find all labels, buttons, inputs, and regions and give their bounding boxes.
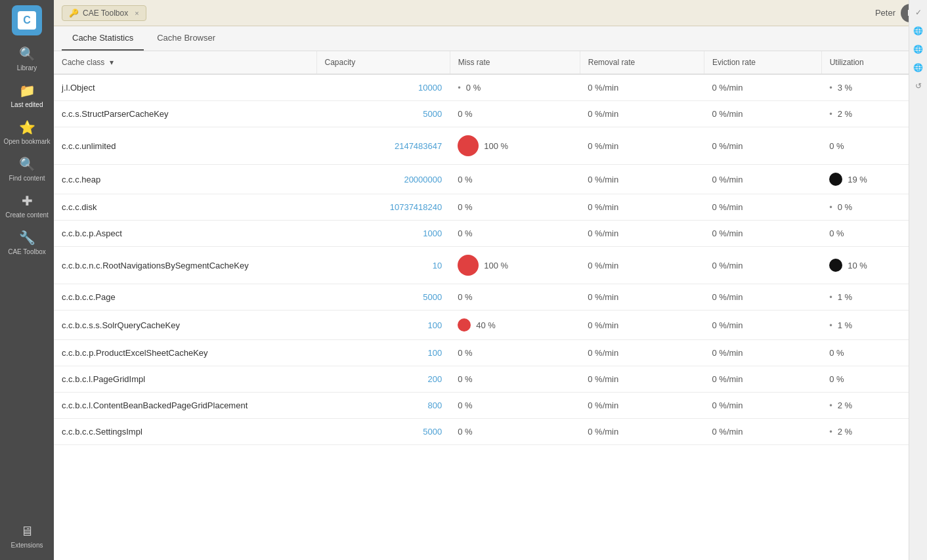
right-icon-refresh[interactable]: ↺ — [911, 79, 926, 93]
cell-capacity[interactable]: 10 — [316, 247, 450, 284]
cell-eviction-rate: 0 %/min — [704, 284, 821, 311]
bookmark-icon: ⭐ — [19, 119, 35, 135]
cell-capacity[interactable]: 10737418240 — [316, 194, 450, 221]
col-header-miss-rate[interactable]: Miss rate — [450, 51, 580, 74]
utilization-value: 2 % — [838, 109, 852, 119]
cell-miss-rate: 0 % — [450, 221, 580, 247]
sidebar-item-extensions[interactable]: 🖥 Extensions — [0, 519, 54, 555]
cell-eviction-rate: 0 %/min — [704, 74, 821, 101]
right-icon-globe-3[interactable]: 🌐 — [911, 60, 926, 75]
table-header-row: Cache class ▾ Capacity Miss rate Removal… — [54, 51, 927, 74]
cell-cache-class: c.c.b.c.l.ContentBeanBackedPageGridPlace… — [54, 393, 316, 419]
tab-cache-browser[interactable]: Cache Browser — [146, 26, 226, 51]
table-row: c.c.b.c.c.Page50000 %0 %/min0 %/min•1 % — [54, 284, 927, 311]
sidebar-item-open-bookmark[interactable]: ⭐ Open bookmark — [0, 114, 54, 151]
cell-eviction-rate: 0 %/min — [704, 165, 821, 194]
sidebar-item-find-content[interactable]: 🔍 Find content — [0, 151, 54, 188]
col-header-capacity[interactable]: Capacity — [316, 51, 450, 74]
miss-rate-value: 0 % — [458, 427, 472, 437]
user-menu[interactable]: Peter — [875, 8, 895, 18]
sidebar-label-create-content: Create content — [5, 211, 49, 219]
miss-rate-indicator-large — [458, 135, 479, 156]
cell-cache-class: j.l.Object — [54, 74, 316, 101]
tab-pill-label: CAE Toolbox — [83, 9, 128, 18]
sidebar-item-last-edited[interactable]: 📁 Last edited — [0, 77, 54, 114]
table-row: c.c.c.heap200000000 %0 %/min0 %/min19 % — [54, 165, 927, 194]
utilization-value: 1 % — [838, 320, 852, 330]
cell-eviction-rate: 0 %/min — [704, 366, 821, 393]
sidebar-label-library: Library — [17, 64, 37, 72]
logo-letter: C — [18, 11, 36, 30]
cell-miss-rate: 0 % — [450, 165, 580, 194]
cell-capacity[interactable]: 200 — [316, 366, 450, 393]
table-row: c.c.c.unlimited2147483647100 %0 %/min0 %… — [54, 127, 927, 165]
tab-cache-statistics[interactable]: Cache Statistics — [62, 26, 144, 51]
cell-cache-class: c.c.c.disk — [54, 194, 316, 221]
col-header-cache-class[interactable]: Cache class ▾ — [54, 51, 316, 74]
miss-rate-value: 0 % — [458, 202, 472, 212]
cell-eviction-rate: 0 %/min — [704, 221, 821, 247]
cell-capacity[interactable]: 5000 — [316, 419, 450, 445]
utilization-value: 0 % — [829, 374, 844, 384]
cell-eviction-rate: 0 %/min — [704, 393, 821, 419]
cell-eviction-rate: 0 %/min — [704, 194, 821, 221]
extensions-icon: 🖥 — [20, 524, 33, 539]
table-row: j.l.Object10000•0 %0 %/min0 %/min•3 % — [54, 74, 927, 101]
table-row: c.c.b.c.l.PageGridImpl2000 %0 %/min0 %/m… — [54, 366, 927, 393]
app-logo[interactable]: C — [12, 5, 42, 35]
cell-capacity[interactable]: 800 — [316, 393, 450, 419]
cell-miss-rate: 0 % — [450, 284, 580, 311]
sidebar: C 🔍 Library 📁 Last edited ⭐ Open bookmar… — [0, 0, 54, 560]
utilization-value: 0 % — [829, 141, 844, 151]
cell-capacity[interactable]: 10000 — [316, 74, 450, 101]
table-row: c.c.b.c.n.c.RootNavigationsBySegmentCach… — [54, 247, 927, 284]
cell-eviction-rate: 0 %/min — [704, 101, 821, 127]
cell-miss-rate: 0 % — [450, 393, 580, 419]
right-icon-globe-2[interactable]: 🌐 — [911, 42, 926, 56]
cell-cache-class: c.c.c.heap — [54, 165, 316, 194]
tab-close-button[interactable]: × — [135, 9, 139, 17]
sidebar-item-cae-toolbox[interactable]: 🔧 CAE Toolbox — [0, 225, 54, 261]
cell-eviction-rate: 0 %/min — [704, 419, 821, 445]
miss-rate-value: 0 % — [458, 374, 472, 384]
cell-miss-rate: 40 % — [450, 311, 580, 340]
utilization-value: 10 % — [848, 261, 867, 270]
cell-capacity[interactable]: 100 — [316, 311, 450, 340]
miss-rate-value: 0 % — [458, 400, 472, 410]
topbar-left: 🔑 CAE Toolbox × — [62, 5, 146, 21]
col-header-eviction-rate[interactable]: Eviction rate — [704, 51, 821, 74]
create-content-icon: ✚ — [22, 193, 33, 209]
miss-rate-dot: • — [458, 83, 461, 93]
col-header-removal-rate[interactable]: Removal rate — [580, 51, 704, 74]
cell-capacity[interactable]: 20000000 — [316, 165, 450, 194]
cell-removal-rate: 0 %/min — [580, 311, 704, 340]
right-icon-check[interactable]: ✓ — [911, 5, 926, 20]
table-row: c.c.b.c.p.ProductExcelSheetCacheKey1000 … — [54, 340, 927, 366]
util-dot: • — [829, 400, 832, 410]
sidebar-item-library[interactable]: 🔍 Library — [0, 41, 54, 77]
cell-capacity[interactable]: 2147483647 — [316, 127, 450, 165]
sidebar-label-find-content: Find content — [9, 175, 45, 183]
sidebar-item-create-content[interactable]: ✚ Create content — [0, 188, 54, 225]
right-icon-globe-1[interactable]: 🌐 — [911, 24, 926, 38]
cell-removal-rate: 0 %/min — [580, 284, 704, 311]
util-dot: • — [829, 320, 832, 330]
table-container[interactable]: Cache class ▾ Capacity Miss rate Removal… — [54, 51, 927, 560]
cell-removal-rate: 0 %/min — [580, 366, 704, 393]
cell-removal-rate: 0 %/min — [580, 101, 704, 127]
cell-capacity[interactable]: 5000 — [316, 284, 450, 311]
tab-key-icon: 🔑 — [69, 9, 79, 18]
cell-capacity[interactable]: 100 — [316, 340, 450, 366]
cell-removal-rate: 0 %/min — [580, 419, 704, 445]
util-dot: • — [829, 109, 832, 119]
miss-rate-value: 0 % — [458, 175, 472, 184]
cae-toolbox-tab[interactable]: 🔑 CAE Toolbox × — [62, 5, 146, 21]
cell-capacity[interactable]: 5000 — [316, 101, 450, 127]
main-wrapper: 🔑 CAE Toolbox × Peter P Cache Statistics… — [54, 0, 927, 560]
cell-cache-class: c.c.b.c.c.Page — [54, 284, 316, 311]
cell-miss-rate: 0 % — [450, 419, 580, 445]
miss-rate-indicator-large — [458, 255, 479, 276]
tab-bar: Cache Statistics Cache Browser — [54, 26, 927, 51]
cell-miss-rate: 100 % — [450, 127, 580, 165]
cell-capacity[interactable]: 1000 — [316, 221, 450, 247]
